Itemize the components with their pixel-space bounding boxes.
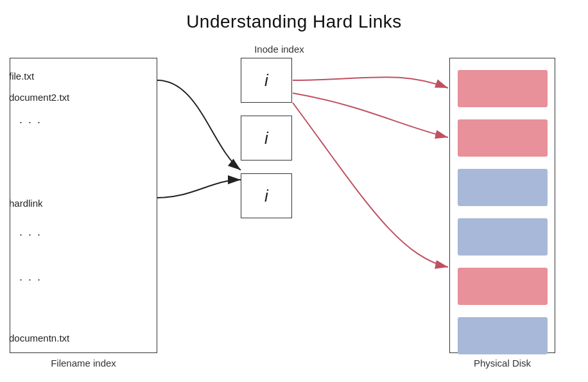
- inode-box-1: i: [241, 58, 292, 103]
- inode-container: i i i: [241, 58, 292, 218]
- disk-block-2: [458, 119, 548, 157]
- file-entry-4: documentn.txt: [9, 333, 69, 343]
- dots-1: · · ·: [19, 116, 42, 129]
- filename-index-label: Filename index: [10, 358, 157, 369]
- file-entry-3: hardlink: [9, 198, 43, 209]
- disk-block-4: [458, 218, 548, 256]
- page-title: Understanding Hard Links: [0, 0, 588, 32]
- inode-index-label: Inode index: [241, 44, 318, 55]
- disk-block-1: [458, 70, 548, 107]
- physical-disk-label: Physical Disk: [449, 358, 555, 369]
- file-entry-2: document2.txt: [9, 92, 69, 103]
- dots-3: · · ·: [19, 273, 42, 286]
- diagram: Filename index file.txt document2.txt · …: [0, 39, 588, 372]
- inode-box-2: i: [241, 116, 292, 161]
- disk-box: [449, 58, 555, 353]
- disk-block-6: [458, 317, 548, 354]
- file-entry-1: file.txt: [9, 71, 34, 82]
- inode-box-3: i: [241, 173, 292, 218]
- dots-2: · · ·: [19, 228, 42, 241]
- disk-block-5: [458, 268, 548, 305]
- disk-block-3: [458, 169, 548, 206]
